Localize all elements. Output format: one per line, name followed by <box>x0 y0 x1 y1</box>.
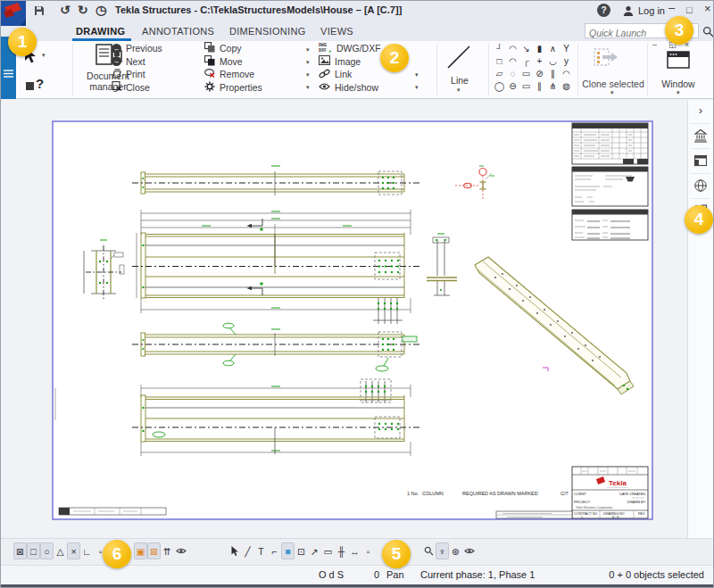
tekla-warehouse-icon[interactable] <box>693 128 708 143</box>
tab-annotations[interactable]: ANNOTATIONS <box>142 26 214 37</box>
sketch-tool-icon[interactable]: ┘ <box>493 42 506 54</box>
maximize-button[interactable]: □ <box>686 4 693 16</box>
fill-area-tool[interactable]: ■ <box>281 542 295 559</box>
image-button[interactable]: Image <box>319 56 381 67</box>
grid-snap-tool[interactable]: ⊛ <box>449 542 462 559</box>
link-dropdown-caret-icon[interactable]: ▾ <box>415 71 419 79</box>
hidden-tool[interactable]: ▫ <box>361 542 375 559</box>
minimize-button[interactable]: – <box>668 2 675 14</box>
tekla-logo[interactable] <box>1 1 26 26</box>
sketch-tool-icon[interactable]: ▭ <box>519 67 533 79</box>
close-button[interactable]: × <box>704 3 711 15</box>
previous-button[interactable]: ← Previous <box>112 43 162 54</box>
leader-tool[interactable]: ↗ <box>308 542 321 559</box>
parts-list-table[interactable] <box>572 123 648 164</box>
sketch-tool-icon[interactable]: + <box>533 54 546 67</box>
history-icon[interactable]: ◷ <box>95 4 106 16</box>
drawing-sheet[interactable]: 1 No. COLUMN REQUIRED AS DRAWN MARKED C/… <box>52 120 653 520</box>
login-button[interactable]: Log in <box>638 5 665 16</box>
remove-dropdown-caret-icon[interactable]: ▾ <box>306 71 310 79</box>
sketch-tool-icon[interactable]: ┌ <box>519 54 533 67</box>
save-icon[interactable] <box>33 4 46 19</box>
revision-table[interactable] <box>59 508 166 515</box>
properties-panel-icon[interactable] <box>693 153 708 168</box>
sketch-tool-icon[interactable]: ◡ <box>546 54 560 67</box>
clone-dropdown-caret-icon[interactable]: ▾ <box>610 89 614 96</box>
window-dropdown-caret-icon[interactable]: ▾ <box>677 89 680 96</box>
general-notes-table[interactable] <box>572 167 648 206</box>
sketch-tool-icon[interactable]: ⊖ <box>506 79 519 92</box>
move-button[interactable]: Move <box>204 56 262 67</box>
sketch-tool-icon[interactable]: ∥ <box>533 79 546 92</box>
sketch-tool-icon[interactable]: ◠ <box>560 67 573 79</box>
visibility-tool[interactable] <box>462 542 476 559</box>
select-cursor-tool[interactable] <box>228 542 241 559</box>
select-angle-switch[interactable]: ∟ <box>80 542 94 559</box>
snap-pins-switch[interactable]: ⇈ <box>161 542 174 559</box>
close-drawing-button[interactable]: Close <box>112 82 162 93</box>
select-triangle-switch[interactable]: △ <box>54 542 67 559</box>
text-tool[interactable]: T <box>254 542 268 559</box>
undo-icon[interactable]: ↺ <box>60 4 71 16</box>
select-tool-caret-icon[interactable]: ▾ <box>42 52 46 59</box>
tab-dimensioning[interactable]: DIMENSIONING <box>229 26 306 37</box>
sketch-tool-icon[interactable]: ∧ <box>546 42 560 54</box>
properties-button[interactable]: Properties <box>204 82 262 93</box>
hide-show-dropdown-caret-icon[interactable]: ▾ <box>415 84 419 91</box>
part-mark-tool[interactable]: ⊡ <box>295 542 308 559</box>
copy-button[interactable]: Copy <box>204 43 262 54</box>
sketch-tool-icon[interactable]: ▭ <box>519 79 533 92</box>
sketch-tool-icon[interactable]: □ <box>493 54 506 67</box>
sketch-tool-icon[interactable]: ▮ <box>533 42 546 54</box>
next-button[interactable]: → Next <box>112 56 162 67</box>
pan-tool[interactable]: ♆ <box>436 542 449 559</box>
sketch-tool-icon[interactable]: ◠ <box>506 42 519 54</box>
user-icon[interactable] <box>622 4 635 19</box>
line-tool-icon[interactable] <box>445 44 472 74</box>
snap-reference-switch[interactable]: ▣ <box>134 542 147 559</box>
select-circle-switch[interactable]: ○ <box>40 542 54 559</box>
properties-dropdown-caret-icon[interactable]: ▾ <box>306 84 310 91</box>
window-button[interactable]: Window <box>658 79 699 89</box>
line-tool[interactable]: ╱ <box>241 542 254 559</box>
signature-table[interactable] <box>572 210 648 240</box>
search-icon[interactable] <box>702 25 714 41</box>
line-dropdown-caret-icon[interactable]: ▾ <box>457 87 461 94</box>
sketch-tool-icon[interactable]: ◌ <box>506 67 519 79</box>
dwg-dxf-button[interactable]: DWGDXF+ DWG/DXF <box>319 43 381 54</box>
reference-table[interactable] <box>496 511 572 518</box>
help-icon[interactable]: ? <box>597 4 610 17</box>
dimension-tool[interactable]: ╫ <box>335 542 348 559</box>
move-dropdown-caret-icon[interactable]: ▾ <box>306 59 310 66</box>
select-all-switch[interactable]: ⊠ <box>13 542 27 559</box>
sketch-tool-icon[interactable]: y <box>560 54 573 67</box>
redo-icon[interactable]: ↻ <box>78 4 88 16</box>
weld-mark-tool[interactable]: ⌐ <box>268 542 281 559</box>
tab-drawing[interactable]: DRAWING <box>76 26 125 37</box>
sketch-tool-icon[interactable]: ▱ <box>493 67 506 79</box>
link-button[interactable]: Link <box>319 69 381 79</box>
context-help-icon[interactable]: ? <box>26 77 44 95</box>
drawing-sheet-container[interactable]: 1 No. COLUMN REQUIRED AS DRAWN MARKED C/… <box>52 120 653 520</box>
zoom-tool[interactable] <box>422 542 436 559</box>
tab-views[interactable]: VIEWS <box>320 26 353 37</box>
copy-dropdown-caret-icon[interactable]: ▾ <box>306 46 310 54</box>
line-tool-button[interactable]: Line <box>440 75 479 86</box>
sketch-tool-icon[interactable]: ◯ <box>493 79 506 92</box>
sketch-tool-icon[interactable]: Y <box>560 42 573 54</box>
snap-geometry-switch[interactable]: ⊠ <box>147 542 161 559</box>
print-button[interactable]: Print <box>112 69 162 79</box>
drawing-minimize-icon[interactable]: – <box>652 40 657 49</box>
remove-button[interactable]: Remove <box>204 69 262 79</box>
select-rectangle-switch[interactable]: □ <box>27 542 40 559</box>
visibility-switch[interactable] <box>174 542 187 559</box>
sketch-tool-icon[interactable]: ↘ <box>519 42 533 54</box>
tekla-online-globe-icon[interactable] <box>693 178 708 193</box>
sketch-tool-icon[interactable]: ⋔ <box>546 79 560 92</box>
sketch-tool-icon[interactable]: ∥ <box>546 67 560 79</box>
clone-selected-button[interactable]: Clone selected <box>579 79 647 89</box>
title-block[interactable]: Tekla CLIENT: DATE CREATED: PROJECT: DRA… <box>572 467 648 519</box>
sketch-tool-icon[interactable]: ◠ <box>506 54 519 67</box>
menu-hamburger-icon[interactable] <box>4 65 13 81</box>
select-cross-switch[interactable]: × <box>67 542 80 559</box>
